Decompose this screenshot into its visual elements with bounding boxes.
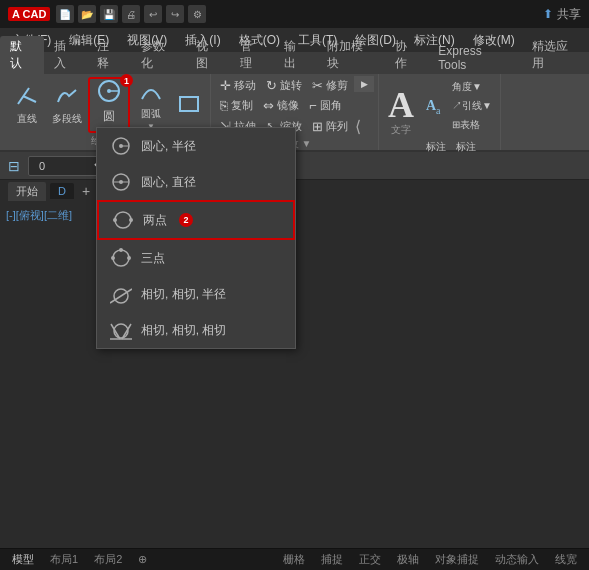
status-snap[interactable]: 捕捉 [317,552,347,567]
annot-labels: 标注 标注 [422,137,498,157]
mirror-button[interactable]: ⇔ 镜像 [259,96,303,115]
mirror-label: 镜像 [277,98,299,113]
open-file-icon[interactable]: 📂 [78,5,96,23]
tab-insert[interactable]: 插入 [44,36,88,74]
status-osnap[interactable]: 对象捕捉 [431,552,483,567]
status-polar[interactable]: 极轴 [393,552,423,567]
svg-point-17 [113,218,117,222]
mirror-icon: ⇔ [263,98,274,113]
2point-icon [111,208,135,232]
annotation-label-btn[interactable]: 标注 [422,138,450,156]
status-add[interactable]: ⊕ [134,553,151,566]
annotation-mark-btn[interactable]: 标注 [452,138,480,156]
2point-badge: 2 [179,213,193,227]
share-label[interactable]: 共享 [557,6,581,23]
rect-button[interactable] [172,77,206,133]
circle-dropdown: 圆心, 半径 圆心, 直径 两点 2 [96,127,296,349]
draw-tools: 直线 多段线 1 [8,76,206,134]
text-label: 文字 [391,123,411,137]
arc-button[interactable]: 圆弧 ▼ [132,77,170,133]
new-file-icon[interactable]: 📄 [56,5,74,23]
drawing-tab[interactable]: D [50,183,74,199]
polyline-button[interactable]: 多段线 [48,77,86,133]
dropdown-item-ttr[interactable]: 相切, 相切, 半径 [97,276,295,312]
rotate-label: 旋转 [280,78,302,93]
annotation-group: A 文字 A a 角度▼ ↗引线▼ ⊞表格 标注 标注 [380,74,501,150]
status-model[interactable]: 模型 [8,552,38,567]
layer-panel-icon[interactable]: ⊟ [8,158,20,174]
array-icon: ⊞ [312,119,323,134]
start-tab[interactable]: 开始 [8,182,46,201]
redo-icon[interactable]: ↪ [166,5,184,23]
status-lineweight[interactable]: 线宽 [551,552,581,567]
text-button[interactable]: A 文字 [382,76,420,148]
trim-button[interactable]: ✂ 修剪 [308,76,352,95]
rotate-button[interactable]: ↻ 旋转 [262,76,306,95]
tab-manage[interactable]: 管理 [230,36,274,74]
copy-icon: ⎘ [220,98,228,113]
tab-annotation[interactable]: 注释 [87,36,131,74]
modify-extra[interactable]: ⟨ [354,116,362,137]
add-tab-btn[interactable]: + [82,183,90,199]
polyline-icon [55,84,79,111]
svg-point-25 [114,324,128,338]
text-icon: A [388,87,414,123]
svg-line-1 [23,96,36,102]
copy-button[interactable]: ⎘ 复制 [216,96,257,115]
dropdown-item-ttt[interactable]: 相切, 相切, 相切 [97,312,295,348]
arc-icon [139,79,163,106]
dropdown-item-2point[interactable]: 两点 2 [97,200,295,240]
2point-label: 两点 [143,212,167,229]
tab-collab[interactable]: 协作 [385,36,429,74]
dropdown-item-center-radius[interactable]: 圆心, 半径 [97,128,295,164]
share-area: ⬆ 共享 [543,6,581,23]
leader-btn[interactable]: ↗引线▼ [448,97,496,115]
center-diameter-label: 圆心, 直径 [141,174,196,191]
workspace-icon[interactable]: ⚙ [188,5,206,23]
dropdown-item-3point[interactable]: 三点 [97,240,295,276]
status-layout2[interactable]: 布局2 [90,552,126,567]
polyline-label: 多段线 [52,112,82,126]
tab-default[interactable]: 默认 [0,36,44,74]
move-button[interactable]: ✛ 移动 [216,76,260,95]
line-button[interactable]: 直线 [8,77,46,133]
svg-point-22 [119,248,123,252]
tab-parametric[interactable]: 参数化 [131,36,186,74]
circle-button[interactable]: 1 圆 ▼ [88,77,130,133]
title-bar-icons: 📄 📂 💾 🖨 ↩ ↪ ⚙ [56,5,206,23]
save-icon[interactable]: 💾 [100,5,118,23]
tab-view[interactable]: 视图 [186,36,230,74]
tab-featured[interactable]: 精选应用 [522,36,589,74]
fillet-button[interactable]: ⌐ 圆角 [305,96,346,115]
tab-addon[interactable]: 附加模块 [317,36,384,74]
dropdown-item-center-diameter[interactable]: 圆心, 直径 [97,164,295,200]
center-diameter-icon [109,170,133,194]
svg-text:a: a [436,105,441,116]
fillet-label: 圆角 [320,98,342,113]
status-ortho[interactable]: 正交 [355,552,385,567]
rect-icon [178,93,200,117]
array-button[interactable]: ⊞ 阵列 [308,116,352,137]
status-dynin[interactable]: 动态输入 [491,552,543,567]
tab-express-tools[interactable]: Express Tools [428,42,521,74]
status-layout1[interactable]: 布局1 [46,552,82,567]
center-radius-label: 圆心, 半径 [141,138,196,155]
svg-rect-5 [180,97,198,111]
viewport-view-label: [-][俯视][二维] [6,208,72,223]
line-icon [15,84,39,111]
angle-dim-btn[interactable]: 角度▼ [448,78,496,96]
tab-output[interactable]: 输出 [274,36,318,74]
annot-right-mini: 角度▼ ↗引线▼ ⊞表格 [448,78,496,134]
annot-top: A a 角度▼ ↗引线▼ ⊞表格 [422,76,498,136]
move-icon: ✛ [220,78,231,93]
undo-icon[interactable]: ↩ [144,5,162,23]
trim-expand[interactable]: ▶ [354,76,374,92]
status-bar: 模型 布局1 布局2 ⊕ 栅格 捕捉 正交 极轴 对象捕捉 动态输入 线宽 [0,548,589,570]
table-btn[interactable]: ⊞表格 [448,116,496,134]
ribbon-tab-row: 默认 插入 注释 参数化 视图 管理 输出 附加模块 协作 Express To… [0,52,589,74]
annot-style-btn[interactable]: A a [424,94,446,119]
trim-icon: ✂ [312,78,323,93]
circle-label: 圆 [103,108,115,125]
print-icon[interactable]: 🖨 [122,5,140,23]
status-grid[interactable]: 栅格 [279,552,309,567]
